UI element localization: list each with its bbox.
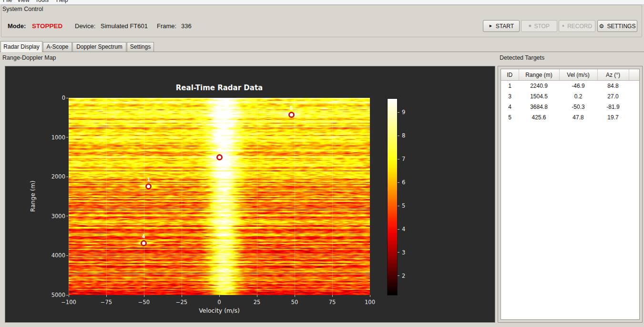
y-tick-label: 5000 (39, 292, 65, 298)
system-control-label: System Control (1, 6, 45, 12)
table-cell: -81.9 (597, 102, 629, 112)
frame-label: Frame: (157, 22, 176, 30)
x-tick-label: 100 (355, 299, 385, 306)
colorbar-tick-label: 5 (402, 202, 405, 209)
x-tick-label: 50 (279, 299, 310, 306)
target-marker-label: 1 (144, 177, 153, 182)
tab-content: Range-Doppler Map Detected Targets Real-… (0, 52, 644, 327)
x-tick-mark (219, 295, 220, 297)
tab-settings[interactable]: Settings (127, 42, 154, 52)
menu-tools[interactable]: Tools (35, 0, 49, 3)
mode-value: STOPPED (32, 22, 62, 30)
y-axis-label: Range (m) (29, 180, 36, 212)
table-row[interactable]: 5425.647.819.7 (501, 112, 639, 123)
targets-column-header[interactable]: Az (°) (597, 69, 629, 81)
y-tick-label: 2000 (39, 173, 65, 180)
x-tick-label: 75 (317, 299, 348, 306)
plot-title: Real-Time Radar Data (69, 84, 370, 92)
table-cell: 84.8 (597, 81, 629, 92)
tab-doppler-spectrum[interactable]: Doppler Spectrum (72, 42, 126, 52)
menu-file[interactable]: File (3, 0, 12, 3)
device-value: Simulated FT601 (101, 22, 148, 30)
colorbar-tick-mark (398, 182, 399, 183)
y-tick-mark (66, 295, 68, 295)
detected-targets-panel: IDRange (m)Vel (m/s)Az (°) 12240.9-46.98… (498, 66, 643, 323)
colorbar-tick-mark (398, 206, 399, 206)
targets-table-wrap: IDRange (m)Vel (m/s)Az (°) 12240.9-46.98… (501, 69, 640, 320)
table-cell: 47.8 (559, 112, 597, 123)
tab-a-scope[interactable]: A-Scope (43, 42, 72, 52)
range-doppler-plot: Real-Time Radar Data Range (m) Velocity … (5, 66, 495, 323)
x-tick-label: 0 (204, 299, 235, 306)
x-tick-label: 25 (242, 299, 272, 306)
y-tick-mark (66, 216, 68, 216)
stop-icon: ■ (529, 24, 531, 28)
target-marker (216, 154, 223, 160)
table-cell: 3 (501, 91, 519, 102)
colorbar-tick-mark (398, 275, 399, 276)
menu-view[interactable]: View (17, 0, 30, 3)
x-tick-mark (144, 295, 144, 297)
x-tick-label: −100 (53, 299, 84, 306)
table-cell: 3684.8 (519, 102, 559, 112)
colorbar-tick-label: 4 (402, 226, 405, 232)
table-cell: -50.3 (559, 102, 597, 112)
device-label: Device: (75, 22, 95, 30)
y-tick-label: 3000 (39, 213, 65, 220)
table-row[interactable]: 31504.50.227.0 (501, 91, 639, 102)
x-tick-mark (257, 295, 257, 297)
table-cell: 19.7 (597, 112, 629, 123)
colorbar-tick-mark (398, 112, 399, 113)
range-doppler-heatmap (69, 98, 370, 295)
target-marker (288, 112, 295, 118)
table-cell: 0.2 (559, 91, 597, 102)
target-marker (145, 183, 152, 190)
mode-label: Mode: (8, 22, 26, 30)
table-cell: 27.0 (597, 91, 629, 102)
start-button[interactable]: ► START (483, 20, 520, 32)
table-cell: -46.9 (559, 81, 597, 92)
y-tick-mark (66, 177, 68, 177)
x-tick-mark (106, 295, 107, 297)
frame-value: 336 (181, 22, 192, 30)
y-tick-label: 4000 (39, 252, 65, 259)
table-row[interactable]: 12240.9-46.984.8 (501, 81, 639, 92)
stop-button[interactable]: ■ STOP (521, 20, 557, 32)
settings-button[interactable]: ⚙ SETTINGS (597, 20, 637, 32)
targets-column-header[interactable]: Vel (m/s) (559, 69, 597, 81)
record-icon: ● (562, 24, 564, 28)
x-tick-label: −50 (129, 299, 159, 306)
colorbar-tick-label: 9 (402, 109, 405, 116)
y-tick-mark (66, 137, 68, 137)
colorbar-tick-label: 3 (402, 249, 405, 256)
colorbar-tick-label: 8 (402, 132, 405, 139)
colorbar-tick-mark (398, 136, 399, 136)
detected-targets-label: Detected Targets (500, 54, 544, 61)
table-cell: 2240.9 (519, 81, 559, 92)
colorbar-tick-label: 7 (402, 156, 405, 162)
x-tick-mark (182, 295, 182, 297)
menu-help[interactable]: Help (56, 0, 68, 3)
colorbar (387, 98, 398, 295)
menu-bar: File View Tools Help (0, 0, 644, 5)
colorbar-tick-label: 6 (402, 179, 405, 186)
record-button[interactable]: ● RECORD (559, 20, 595, 32)
table-row[interactable]: 43684.8-50.3-81.9 (501, 102, 639, 112)
targets-column-header[interactable]: ID (501, 69, 519, 81)
target-marker-label: 4 (139, 234, 148, 239)
x-tick-label: −75 (91, 299, 122, 306)
range-doppler-map-label: Range-Doppler Map (2, 54, 56, 61)
radar-app-window: File View Tools Help System Control Mode… (0, 0, 644, 327)
x-tick-mark (295, 295, 295, 297)
targets-column-header[interactable]: Range (m) (519, 69, 559, 81)
target-marker (141, 240, 147, 246)
tab-radar-display[interactable]: Radar Display (0, 41, 42, 52)
tab-bar: Radar Display A-Scope Doppler Spectrum S… (0, 41, 644, 52)
y-tick-label: 1000 (39, 134, 65, 141)
x-tick-mark (332, 295, 333, 297)
target-marker-label: 3 (215, 148, 225, 153)
table-cell: 425.6 (519, 112, 559, 123)
x-tick-mark (370, 295, 370, 297)
y-tick-mark (66, 98, 68, 98)
colorbar-tick-label: 2 (402, 273, 405, 279)
